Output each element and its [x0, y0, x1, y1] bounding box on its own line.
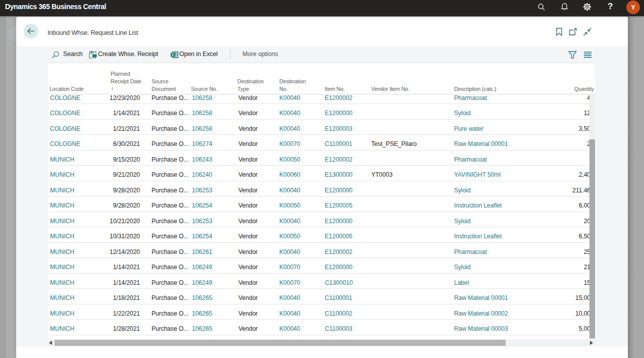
svg-text:X: X — [172, 53, 174, 57]
